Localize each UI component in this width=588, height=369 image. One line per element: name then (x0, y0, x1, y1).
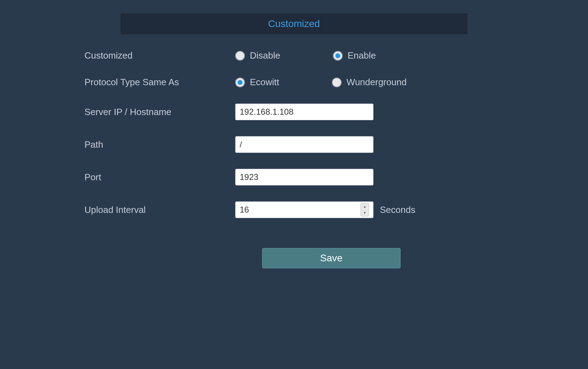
panel-header: Customized (121, 13, 467, 34)
form-body: Customized Disable Enable Protocol Type … (57, 50, 531, 268)
port-input[interactable] (235, 169, 374, 186)
row-protocol: Protocol Type Same As Ecowitt Wundergrou… (84, 77, 504, 88)
chevron-up-icon[interactable]: ▲ (361, 203, 369, 210)
radio-icon (235, 78, 245, 87)
label-path: Path (84, 139, 235, 150)
radio-icon (235, 51, 245, 61)
row-server: Server IP / Hostname (84, 103, 504, 120)
radio-customized-disable[interactable]: Disable (235, 50, 280, 61)
panel-title: Customized (268, 18, 320, 29)
radio-group-protocol: Ecowitt Wunderground (235, 77, 406, 88)
radio-icon (333, 51, 343, 61)
button-row: Save (84, 248, 504, 268)
server-input[interactable] (235, 103, 374, 120)
row-path: Path (84, 136, 504, 153)
row-customized: Customized Disable Enable (84, 50, 504, 61)
label-server: Server IP / Hostname (84, 107, 235, 118)
path-input[interactable] (235, 136, 374, 153)
settings-panel: Customized Customized Disable Enable Pro… (57, 0, 531, 268)
stepper-icon[interactable]: ▲ ▼ (361, 203, 369, 216)
radio-label-ecowitt: Ecowitt (250, 77, 279, 88)
radio-protocol-wunderground[interactable]: Wunderground (332, 77, 407, 88)
radio-label-disable: Disable (250, 50, 280, 61)
interval-input[interactable]: 16 ▲ ▼ (235, 201, 374, 218)
row-port: Port (84, 169, 504, 186)
interval-input-wrap: 16 ▲ ▼ Seconds (235, 201, 415, 218)
row-interval: Upload Interval 16 ▲ ▼ Seconds (84, 201, 504, 218)
label-interval: Upload Interval (84, 204, 235, 215)
radio-label-enable: Enable (348, 50, 376, 61)
interval-unit: Seconds (380, 204, 415, 215)
label-protocol: Protocol Type Same As (84, 77, 235, 88)
radio-icon (332, 78, 342, 87)
interval-value: 16 (240, 205, 249, 215)
radio-protocol-ecowitt[interactable]: Ecowitt (235, 77, 279, 88)
save-button[interactable]: Save (262, 248, 401, 268)
radio-group-customized: Disable Enable (235, 50, 376, 61)
radio-customized-enable[interactable]: Enable (333, 50, 376, 61)
label-port: Port (84, 172, 235, 183)
radio-label-wunderground: Wunderground (347, 77, 407, 88)
chevron-down-icon[interactable]: ▼ (361, 210, 369, 216)
label-customized: Customized (84, 50, 235, 61)
